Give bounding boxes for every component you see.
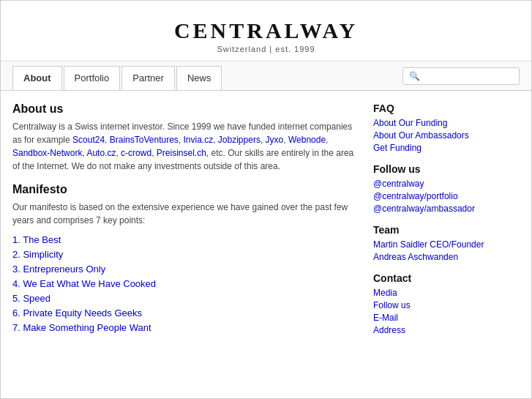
team-link-martin[interactable]: Martin Saidler CEO/Founder	[373, 239, 520, 250]
link-auto[interactable]: Auto.cz	[86, 148, 116, 158]
contact-link-address[interactable]: Address	[373, 325, 520, 335]
faq-title: FAQ	[373, 102, 520, 114]
contact-title: Contact	[373, 272, 520, 284]
list-item: 1. The Best	[12, 234, 359, 245]
follow-title: Follow us	[373, 163, 520, 175]
link-preisinsel[interactable]: Preisinsel.ch	[157, 148, 206, 158]
tab-news[interactable]: News	[176, 66, 222, 90]
list-item: 2. Simplicity	[12, 249, 359, 260]
sidebar-follow: Follow us @centralway @centralway/portfo…	[373, 163, 520, 214]
link-invia[interactable]: Invia.cz	[184, 135, 214, 145]
manifesto-link-7[interactable]: 7. Make Something People Want	[12, 322, 151, 333]
link-sandbox[interactable]: Sandbox-Network	[12, 148, 82, 158]
manifesto-link-3[interactable]: 3. Entrepreneurs Only	[12, 264, 105, 275]
search-icon: 🔍	[409, 71, 420, 81]
search-input[interactable]	[423, 71, 513, 81]
nav-bar: About Portfolio Partner News 🔍	[1, 61, 531, 91]
list-item: 4. We Eat What We Have Cooked	[12, 278, 359, 289]
page-wrapper: CENTRALWAY Switzerland | est. 1999 About…	[0, 0, 532, 399]
site-title: CENTRALWAY	[1, 18, 531, 43]
sidebar-faq: FAQ About Our Funding About Our Ambassad…	[373, 102, 520, 153]
search-box: 🔍	[402, 67, 520, 85]
manifesto-link-4[interactable]: 4. We Eat What We Have Cooked	[12, 278, 156, 289]
follow-link-centralway[interactable]: @centralway	[373, 179, 520, 189]
sidebar-contact: Contact Media Follow us E-Mail Address	[373, 272, 520, 335]
about-title: About us	[12, 102, 359, 116]
follow-link-ambassador[interactable]: @centralway/ambassador	[373, 204, 520, 214]
contact-link-media[interactable]: Media	[373, 288, 520, 298]
contact-link-email[interactable]: E-Mail	[373, 313, 520, 323]
faq-link-get-funding[interactable]: Get Funding	[373, 143, 520, 153]
list-item: 3. Entrepreneurs Only	[12, 264, 359, 275]
site-subtitle: Switzerland | est. 1999	[1, 45, 531, 53]
main-content: About us Centralway is a Swiss internet …	[12, 102, 359, 346]
link-webnode[interactable]: Webnode	[288, 135, 326, 145]
list-item: 6. Private Equity Needs Geeks	[12, 307, 359, 318]
manifesto-list: 1. The Best 2. Simplicity 3. Entrepreneu…	[12, 234, 359, 333]
contact-link-follow[interactable]: Follow us	[373, 300, 520, 310]
tab-partner[interactable]: Partner	[121, 66, 175, 90]
about-text: Centralway is a Swiss internet investor.…	[12, 120, 359, 173]
manifesto-intro: Our manifesto is based on the extensive …	[12, 201, 359, 227]
link-jyxo[interactable]: Jyxo	[266, 135, 284, 145]
list-item: 7. Make Something People Want	[12, 322, 359, 333]
manifesto-link-2[interactable]: 2. Simplicity	[12, 249, 63, 260]
sidebar-team: Team Martin Saidler CEO/Founder Andreas …	[373, 224, 520, 262]
tab-portfolio[interactable]: Portfolio	[64, 66, 121, 90]
link-scout24[interactable]: Scout24	[72, 135, 105, 145]
team-link-andreas[interactable]: Andreas Aschwanden	[373, 252, 520, 262]
tab-about[interactable]: About	[12, 66, 62, 90]
manifesto-link-6[interactable]: 6. Private Equity Needs Geeks	[12, 307, 142, 318]
header: CENTRALWAY Switzerland | est. 1999	[1, 1, 531, 61]
manifesto-link-5[interactable]: 5. Speed	[12, 293, 50, 304]
faq-link-ambassadors[interactable]: About Our Ambassadors	[373, 130, 520, 141]
follow-link-portfolio[interactable]: @centralway/portfolio	[373, 191, 520, 201]
manifesto-title: Manifesto	[12, 183, 359, 196]
faq-link-funding[interactable]: About Our Funding	[373, 118, 520, 128]
manifesto-link-1[interactable]: 1. The Best	[12, 234, 61, 245]
link-jobzippers[interactable]: Jobzippers	[218, 135, 261, 145]
sidebar: FAQ About Our Funding About Our Ambassad…	[373, 102, 520, 346]
link-ccrowd[interactable]: c-crowd	[121, 148, 151, 158]
list-item: 5. Speed	[12, 293, 359, 304]
nav-tabs: About Portfolio Partner News	[12, 61, 223, 90]
team-title: Team	[373, 224, 520, 236]
link-brainstoventures[interactable]: BrainsToVentures	[110, 135, 179, 145]
content-area: About us Centralway is a Swiss internet …	[1, 91, 531, 357]
